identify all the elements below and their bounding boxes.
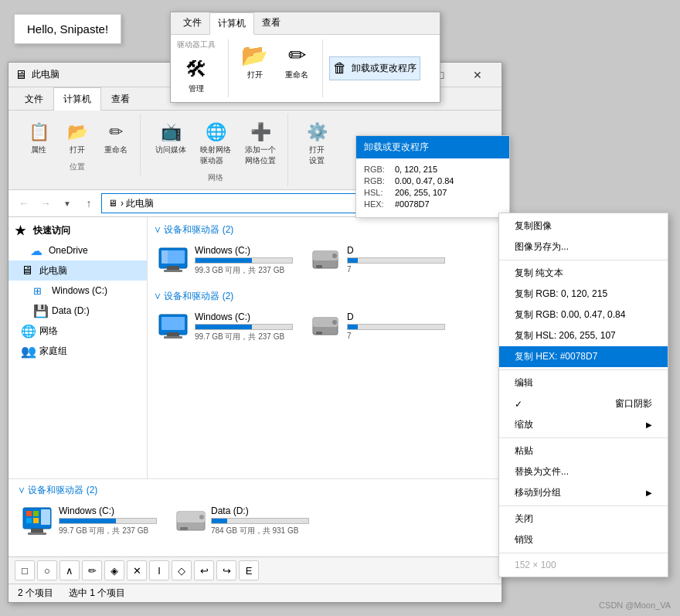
drive-item-c-bottom[interactable]: Windows (C:) 99.7 GB 可用，共 237 GB — [18, 502, 161, 547]
tool-rect-btn[interactable]: □ — [15, 560, 35, 580]
drive-size-c-bottom: 99.7 GB 可用，共 237 GB — [59, 526, 157, 536]
drive-info-c1: Windows (C:) 99.3 GB 可用，共 237 GB — [195, 245, 293, 276]
ribbon-overlay-btn-manage[interactable]: 🛠 管理 — [177, 53, 216, 97]
section-title-1[interactable]: ∨ 设备和驱动器 (2) — [154, 223, 495, 237]
tool-undo-btn[interactable]: ↩ — [194, 560, 214, 580]
menu-item-copy-image[interactable]: 复制图像 — [499, 216, 668, 237]
drive-item-d-bottom[interactable]: Data (D:) 784 GB 可用，共 931 GB — [170, 502, 313, 547]
menu-item-window-shadow[interactable]: ✓窗口阴影 — [499, 393, 668, 414]
menu-item-copy-hsl[interactable]: 复制 HSL: 206, 255, 107 — [499, 325, 668, 346]
tool-mosaic-btn[interactable]: ◇ — [172, 560, 192, 580]
ribbon-btn-media[interactable]: 📺 访问媒体 — [150, 117, 192, 169]
drive-icon-d-bottom — [174, 505, 205, 543]
onedrive-icon: ☁ — [30, 243, 44, 258]
color-row-hsl: HSL: 206, 255, 107 — [364, 188, 502, 197]
drive-item-c1[interactable]: Windows (C:) 99.3 GB 可用，共 237 GB — [154, 241, 297, 284]
tool-brush-btn[interactable]: ◈ — [104, 560, 124, 580]
ribbon-overlay-tab-computer[interactable]: 计算机 — [209, 12, 254, 35]
ribbon-btn-settings[interactable]: ⚙️ 打开设置 — [298, 117, 336, 169]
menu-item-copy-rgb1[interactable]: 复制 RGB: 0, 120, 215 — [499, 284, 668, 305]
ribbon-btn-addnetwork[interactable]: ➕ 添加一个网络位置 — [240, 117, 281, 169]
ribbon-overlay-tabs: 文件 计算机 查看 — [171, 12, 440, 35]
drive-bar-d1 — [347, 257, 445, 264]
drive-grid-1: Windows (C:) 99.3 GB 可用，共 237 GB — [154, 241, 495, 284]
svg-rect-20 — [26, 518, 32, 523]
svg-rect-22 — [41, 509, 50, 525]
menu-item-close[interactable]: 关闭 — [499, 509, 668, 529]
menu-item-destroy[interactable]: 销毁 — [499, 529, 668, 550]
drive-item-d2[interactable]: D 7 — [306, 308, 449, 350]
svg-rect-18 — [26, 511, 32, 516]
menu-item-zoom[interactable]: 缩放 ▶ — [499, 414, 668, 435]
ribbon-tab-computer[interactable]: 计算机 — [53, 87, 101, 111]
color-popup-header-text: 卸载或更改程序 — [364, 141, 429, 152]
ribbon-btn-rename[interactable]: ✏ 重命名 — [98, 117, 134, 158]
ribbon-btn-properties[interactable]: 📋 属性 — [21, 117, 56, 158]
ribbon-overlay-tab-file[interactable]: 文件 — [175, 12, 209, 34]
drive-bar-c2 — [195, 324, 293, 330]
tool-ellipse-btn[interactable]: ○ — [37, 560, 57, 580]
up-button[interactable]: ↑ — [80, 194, 98, 213]
drive-item-c2[interactable]: Windows (C:) 99.7 GB 可用，共 237 GB — [154, 308, 297, 350]
zoom-arrow-icon: ▶ — [646, 420, 652, 429]
drive-icon-c-bottom — [22, 505, 53, 543]
drive-info-d2: D 7 — [347, 311, 445, 340]
tool-pencil-btn[interactable]: ✏ — [82, 560, 102, 580]
settings-icon: ⚙️ — [304, 120, 329, 145]
ribbon-overlay-tab-view[interactable]: 查看 — [254, 12, 288, 34]
close-button[interactable]: ✕ — [460, 63, 495, 87]
drive-bar-c1 — [195, 257, 293, 264]
movegroup-arrow-icon: ▶ — [646, 488, 652, 497]
menu-item-save-image[interactable]: 图像另存为... — [499, 237, 668, 257]
tool-redo-btn[interactable]: ↪ — [216, 560, 236, 580]
manage-icon: 🛠 — [185, 56, 207, 82]
ribbon-btn-open[interactable]: 📂 打开 — [60, 117, 95, 158]
thispc-icon: 🖥 — [21, 264, 35, 277]
ribbon-rename-icon: ✏ — [288, 43, 306, 68]
sidebar-item-cdrive[interactable]: ⊞ Windows (C:) — [8, 281, 147, 301]
rgb1-value: 0, 120, 215 — [395, 165, 437, 174]
network-icon: 🌐 — [21, 324, 35, 339]
sidebar-item-thispc[interactable]: 🖥 此电脑 — [8, 260, 147, 281]
sidebar-item-onedrive[interactable]: ☁ OneDrive — [8, 240, 147, 260]
ddrive-icon: 💾 — [33, 304, 47, 318]
menu-item-copy-text[interactable]: 复制 纯文本 — [499, 263, 668, 284]
sidebar-item-network[interactable]: 🌐 网络 — [8, 321, 147, 341]
menu-separator-1 — [499, 260, 668, 260]
ribbon-tab-file[interactable]: 文件 — [15, 87, 53, 111]
ribbon-overlay-section-label: 驱动器工具 — [177, 39, 216, 50]
ribbon-tab-view[interactable]: 查看 — [101, 87, 140, 111]
uninstall-btn[interactable]: 🗑 卸载或更改程序 — [329, 56, 420, 80]
ribbon-group-label-location: 位置 — [70, 158, 85, 172]
menu-item-paste[interactable]: 粘贴 — [499, 441, 668, 461]
back-button[interactable]: ← — [15, 194, 33, 213]
ribbon-overlay-btn-rename[interactable]: ✏ 重命名 — [277, 39, 316, 83]
address-path[interactable]: 🖥 › 此电脑 — [101, 193, 369, 213]
menu-item-copy-hex[interactable]: 复制 HEX: #0078D7 — [499, 346, 668, 367]
tool-text-btn[interactable]: I — [149, 560, 169, 580]
color-row-hex: HEX: #0078D7 — [364, 199, 502, 209]
drive-item-d1[interactable]: D 7 — [306, 241, 449, 284]
menu-item-replace-file[interactable]: 替换为文件... — [499, 461, 668, 482]
ribbon-overlay: 文件 计算机 查看 驱动器工具 🛠 管理 📂 打开 ✏ 重命名 — [170, 12, 440, 103]
menu-item-copy-rgb2[interactable]: 复制 RGB: 0.00, 0.47, 0.84 — [499, 305, 668, 325]
drive-bar-d-bottom — [211, 518, 309, 524]
menu-item-edit[interactable]: 编辑 — [499, 373, 668, 393]
recent-button[interactable]: ▼ — [58, 194, 76, 213]
tool-e-btn[interactable]: E — [239, 560, 259, 580]
ribbon-overlay-btn-open[interactable]: 📂 打开 — [235, 39, 274, 83]
forward-button[interactable]: → — [36, 194, 55, 213]
section-title-bottom[interactable]: ∨ 设备和驱动器 (2) — [18, 484, 492, 497]
section-title-2[interactable]: ∨ 设备和驱动器 (2) — [154, 290, 495, 303]
menu-item-move-group[interactable]: 移动到分组 ▶ — [499, 482, 668, 503]
bottom-drives-section: ∨ 设备和驱动器 (2) — [8, 478, 502, 556]
menu-separator-4 — [499, 505, 668, 506]
tool-cross-btn[interactable]: ✕ — [127, 560, 147, 580]
sidebar-item-ddrive[interactable]: 💾 Data (D:) — [8, 301, 147, 321]
sidebar-item-quickaccess[interactable]: ★ 快速访问 — [8, 220, 147, 240]
ribbon-group-label-network: 网络 — [208, 169, 223, 183]
tool-arrow-btn[interactable]: ∧ — [60, 560, 80, 580]
drive-icon-d1 — [310, 245, 341, 280]
ribbon-btn-mapnetwork[interactable]: 🌐 映射网络驱动器 — [195, 117, 236, 169]
sidebar-item-homegroup[interactable]: 👥 家庭组 — [8, 341, 147, 361]
